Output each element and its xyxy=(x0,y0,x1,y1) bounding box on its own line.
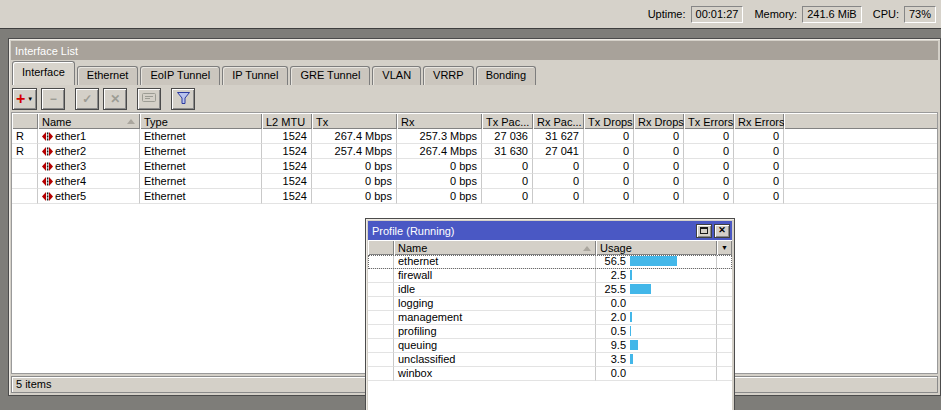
tab-eoip-tunnel[interactable]: EoIP Tunnel xyxy=(140,66,220,85)
profile-row-firewall[interactable]: firewall2.5 xyxy=(368,269,732,283)
cell-flag: R xyxy=(12,129,38,144)
cell-rx: 0 bps xyxy=(397,174,482,189)
enable-button[interactable]: ✓ xyxy=(75,88,99,110)
maximize-button[interactable] xyxy=(696,224,712,238)
cell-rx_errors: 0 xyxy=(734,159,784,174)
tab-gre-tunnel[interactable]: GRE Tunnel xyxy=(290,66,370,85)
profile-row-profiling[interactable]: profiling0.5 xyxy=(368,325,732,339)
interface-row-ether5[interactable]: ether5Ethernet15240 bps0 bps000000 xyxy=(12,189,937,204)
cell-filler xyxy=(784,189,937,204)
cell-flag xyxy=(12,159,38,174)
interface-row-ether1[interactable]: Rether1Ethernet1524267.4 Mbps257.3 Mbps2… xyxy=(12,129,937,144)
column-header-rx_errors[interactable]: Rx Errors xyxy=(734,113,784,129)
comment-button[interactable] xyxy=(137,88,161,110)
filter-button[interactable] xyxy=(171,88,195,110)
cell-end xyxy=(717,367,732,381)
column-label: Name xyxy=(42,116,71,128)
column-header-type[interactable]: Type xyxy=(140,113,262,129)
column-header-name[interactable]: Name xyxy=(394,240,596,255)
profile-row-winbox[interactable]: winbox0.0 xyxy=(368,367,732,381)
interface-row-ether4[interactable]: ether4Ethernet15240 bps0 bps000000 xyxy=(12,174,937,189)
interface-row-ether2[interactable]: Rether2Ethernet1524257.4 Mbps267.4 Mbps3… xyxy=(12,144,937,159)
ethernet-interface-icon xyxy=(42,146,53,158)
cell-tx: 257.4 Mbps xyxy=(312,144,397,159)
cell-name: management xyxy=(394,311,596,325)
usage-bar xyxy=(630,284,651,294)
system-status-bar: Uptime: 00:01:27 Memory: 241.6 MiB CPU: … xyxy=(0,0,941,29)
usage-value: 0.0 xyxy=(600,367,626,380)
cell-end xyxy=(717,269,732,283)
tab-vlan[interactable]: VLAN xyxy=(372,66,421,85)
profile-row-logging[interactable]: logging0.0 xyxy=(368,297,732,311)
profile-titlebar[interactable]: Profile (Running) ✕ xyxy=(368,221,732,240)
usage-bar xyxy=(630,326,631,336)
cell-l2mtu: 1524 xyxy=(262,159,312,174)
cell-tx: 0 bps xyxy=(312,189,397,204)
cell-usage: 3.5 xyxy=(596,353,717,367)
profile-row-unclassified[interactable]: unclassified3.5 xyxy=(368,353,732,367)
cell-tx_pac: 0 xyxy=(482,174,533,189)
column-header-tx[interactable]: Tx xyxy=(312,113,397,129)
cell-tx_drops: 0 xyxy=(584,174,634,189)
profile-row-ethernet[interactable]: ethernet56.5 xyxy=(368,255,732,269)
column-header-rx_drops[interactable]: Rx Drops xyxy=(634,113,684,129)
column-header-usage[interactable]: Usage xyxy=(596,240,717,255)
column-header-rx[interactable]: Rx xyxy=(397,113,482,129)
add-button[interactable]: + ▼ xyxy=(12,88,37,110)
usage-value: 25.5 xyxy=(600,283,626,296)
cell-flag xyxy=(12,174,38,189)
cell-rx: 267.4 Mbps xyxy=(397,144,482,159)
sort-ascending-icon xyxy=(127,119,135,124)
cell-tx_drops: 0 xyxy=(584,129,634,144)
column-header-flag[interactable] xyxy=(12,113,38,129)
interface-row-ether3[interactable]: ether3Ethernet15240 bps0 bps000000 xyxy=(12,159,937,174)
cell-name: idle xyxy=(394,283,596,297)
column-chooser-button[interactable]: ▼ xyxy=(717,240,732,255)
cpu-value: 73% xyxy=(904,6,936,23)
cell-tx_drops: 0 xyxy=(584,144,634,159)
column-header-tx_errors[interactable]: Tx Errors xyxy=(684,113,734,129)
close-icon: ✕ xyxy=(718,226,726,235)
cell-usage: 0.0 xyxy=(596,367,717,381)
cell-type: Ethernet xyxy=(140,159,262,174)
profile-row-management[interactable]: management2.0 xyxy=(368,311,732,325)
column-header-l2mtu[interactable]: L2 MTU xyxy=(262,113,312,129)
ethernet-interface-icon xyxy=(42,161,53,173)
tab-ethernet[interactable]: Ethernet xyxy=(77,66,139,85)
cell-rx_pac: 27 041 xyxy=(533,144,584,159)
disable-button[interactable]: ✕ xyxy=(103,88,127,110)
maximize-icon xyxy=(700,227,708,234)
tab-interface[interactable]: Interface xyxy=(12,61,75,85)
cell-rx_errors: 0 xyxy=(734,144,784,159)
profile-table-body: ethernet56.5firewall2.5idle25.5logging0.… xyxy=(368,255,732,410)
cell-end xyxy=(717,311,732,325)
tab-bonding[interactable]: Bonding xyxy=(476,66,536,85)
usage-value: 0.5 xyxy=(600,325,626,338)
cell-usage: 0.5 xyxy=(596,325,717,339)
cell-rx: 0 bps xyxy=(397,159,482,174)
usage-value: 0.0 xyxy=(600,297,626,310)
column-header-flag[interactable] xyxy=(368,240,394,255)
cell-end xyxy=(717,297,732,311)
column-header-name[interactable]: Name xyxy=(38,113,140,129)
cell-end xyxy=(717,325,732,339)
close-button[interactable]: ✕ xyxy=(714,224,730,238)
profile-row-queuing[interactable]: queuing9.5 xyxy=(368,339,732,353)
cell-tx_errors: 0 xyxy=(684,189,734,204)
column-header-rx_pac[interactable]: Rx Pac... xyxy=(533,113,584,129)
cell-rx_drops: 0 xyxy=(634,174,684,189)
cell-end xyxy=(717,339,732,353)
column-label: Usage xyxy=(600,242,632,254)
tab-ip-tunnel[interactable]: IP Tunnel xyxy=(222,66,288,85)
tab-vrrp[interactable]: VRRP xyxy=(423,66,474,85)
cpu-label: CPU: xyxy=(873,8,899,20)
cell-flag xyxy=(368,283,394,297)
column-header-tx_drops[interactable]: Tx Drops xyxy=(584,113,634,129)
cell-type: Ethernet xyxy=(140,189,262,204)
column-header-tx_pac[interactable]: Tx Pac... xyxy=(482,113,533,129)
interface-list-titlebar[interactable]: Interface List xyxy=(11,41,938,60)
remove-button[interactable]: − xyxy=(41,88,65,110)
profile-row-idle[interactable]: idle25.5 xyxy=(368,283,732,297)
cell-usage: 56.5 xyxy=(596,255,717,269)
cell-l2mtu: 1524 xyxy=(262,174,312,189)
